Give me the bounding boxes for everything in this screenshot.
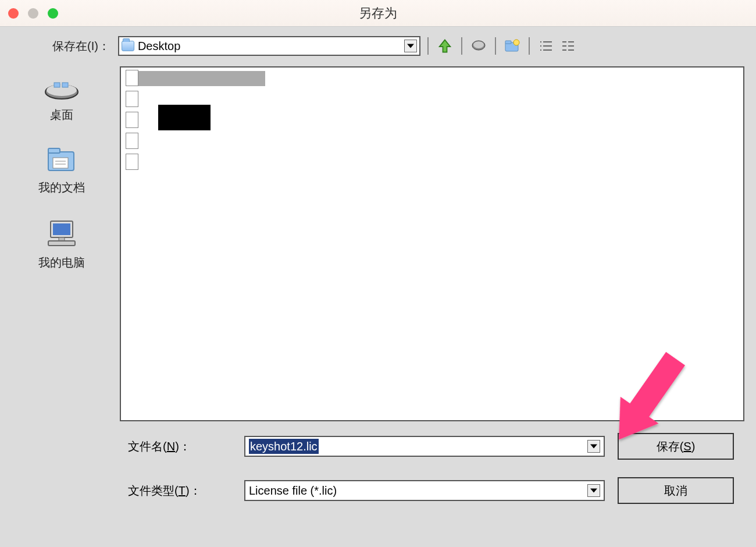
- redacted-item: [158, 105, 211, 130]
- main-area: 桌面 我的文档 我的电脑: [12, 66, 744, 421]
- file-icon: [126, 70, 138, 86]
- filename-dropdown-button[interactable]: [587, 440, 600, 453]
- separator: [529, 37, 530, 55]
- separator: [461, 37, 462, 55]
- lookin-value: Desktop: [138, 40, 401, 53]
- sidebar-item-label: 桌面: [50, 107, 73, 123]
- svg-rect-4: [505, 41, 511, 44]
- file-list-panel[interactable]: [120, 66, 744, 421]
- new-folder-button[interactable]: [503, 37, 522, 55]
- places-sidebar: 桌面 我的文档 我的电脑: [12, 66, 112, 421]
- sidebar-item-computer[interactable]: 我的电脑: [38, 219, 85, 271]
- computer-icon: [45, 219, 79, 249]
- svg-rect-20: [54, 83, 60, 87]
- svg-rect-24: [53, 158, 68, 168]
- lookin-toolbar: 保存在(I)： Desktop: [52, 36, 744, 56]
- up-folder-button[interactable]: [436, 37, 454, 55]
- cancel-button[interactable]: 取消: [618, 477, 734, 504]
- sidebar-item-desktop[interactable]: 桌面: [44, 78, 80, 123]
- filetype-label: 文件类型(T)：: [128, 483, 244, 499]
- folder-icon: [122, 41, 134, 51]
- separator: [495, 37, 496, 55]
- details-view-button[interactable]: [559, 37, 577, 55]
- svg-rect-30: [48, 241, 75, 246]
- filename-input[interactable]: keyshot12.lic: [244, 436, 605, 457]
- window-title: 另存为: [0, 5, 756, 22]
- bottom-controls: 文件名(N)： keyshot12.lic 保存(S) 文件类型(T)： Lic…: [12, 433, 744, 504]
- lookin-dropdown-button[interactable]: [404, 40, 417, 52]
- save-button[interactable]: 保存(S): [618, 433, 734, 460]
- svg-point-19: [47, 84, 77, 96]
- filename-row: 文件名(N)： keyshot12.lic 保存(S): [12, 433, 744, 460]
- filetype-select[interactable]: License file (*.lic): [244, 480, 605, 501]
- filename-label: 文件名(N)：: [128, 439, 244, 454]
- dialog-body: 保存在(I)： Desktop: [0, 27, 756, 516]
- filetype-row: 文件类型(T)： License file (*.lic) 取消: [12, 477, 744, 504]
- separator: [427, 37, 429, 55]
- lookin-label: 保存在(I)：: [52, 38, 110, 54]
- filetype-value: License file (*.lic): [249, 484, 587, 498]
- titlebar: 另存为: [0, 0, 756, 27]
- svg-rect-28: [53, 223, 70, 235]
- file-icon: [126, 112, 138, 128]
- svg-marker-0: [407, 44, 414, 48]
- file-icon: [126, 154, 138, 170]
- sidebar-item-documents[interactable]: 我的文档: [38, 146, 85, 196]
- filetype-dropdown-button[interactable]: [587, 484, 600, 497]
- filename-value: keyshot12.lic: [249, 440, 587, 453]
- redacted-item: [126, 71, 265, 86]
- desktop-button[interactable]: [469, 37, 488, 55]
- sidebar-item-label: 我的文档: [38, 180, 85, 196]
- svg-rect-23: [48, 148, 60, 153]
- file-icon: [126, 91, 138, 107]
- svg-point-2: [473, 41, 484, 48]
- svg-rect-21: [62, 83, 68, 87]
- list-view-button[interactable]: [537, 37, 555, 55]
- documents-icon: [45, 146, 79, 174]
- file-icon: [126, 133, 138, 149]
- svg-marker-31: [590, 444, 597, 448]
- svg-marker-32: [590, 488, 597, 492]
- lookin-combobox[interactable]: Desktop: [118, 36, 420, 56]
- sidebar-item-label: 我的电脑: [38, 255, 85, 271]
- desktop-icon: [44, 78, 80, 101]
- svg-point-5: [513, 40, 519, 45]
